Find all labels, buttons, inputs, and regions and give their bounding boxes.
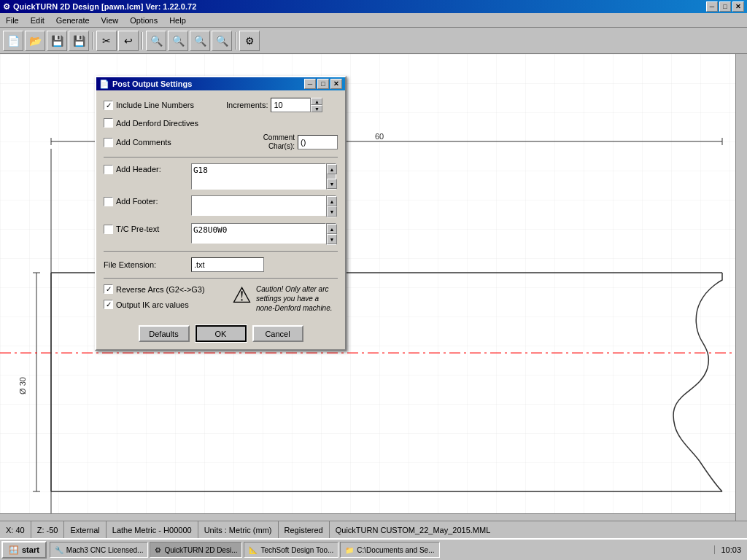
pretext-scrollbar: ▲ ▼ — [326, 223, 336, 245]
header-scroll-down[interactable]: ▼ — [327, 179, 337, 189]
footer-scroll-down[interactable]: ▼ — [327, 206, 337, 217]
pretext-scroll-down[interactable]: ▼ — [327, 234, 337, 244]
output-ik-text: Output IK arc values — [116, 300, 189, 309]
increments-input[interactable] — [271, 98, 311, 112]
toolbar-zoom2[interactable]: 🔍 — [168, 31, 188, 51]
dialog-maximize[interactable]: □ — [317, 79, 329, 89]
arc-section: ✓ Reverse Arcs (G2<->G3) ✓ Output IK arc… — [104, 284, 338, 315]
menu-file[interactable]: File — [0, 15, 25, 26]
taskbar-item-documents-label: C:\Documents and Se... — [357, 546, 434, 554]
dialog-icon: 📄 — [99, 79, 109, 89]
add-footer-text: Add Footer: — [116, 197, 158, 206]
menu-help[interactable]: Help — [163, 15, 192, 26]
pretext-textarea[interactable]: G28U0W0 — [191, 223, 326, 244]
comment-chars-input[interactable] — [298, 135, 338, 149]
add-denford-directives-text: Add Denford Directives — [116, 119, 198, 128]
dialog-close[interactable]: ✕ — [330, 79, 342, 89]
add-comments-checkbox[interactable] — [104, 138, 113, 147]
reverse-arcs-checkbox[interactable]: ✓ — [104, 284, 113, 294]
taskbar-item-documents-icon: 📁 — [345, 546, 354, 554]
taskbar-item-documents[interactable]: 📁 C:\Documents and Se... — [340, 542, 439, 558]
menu-options[interactable]: Options — [124, 15, 163, 26]
close-button[interactable]: ✕ — [732, 1, 744, 12]
pretext-textarea-container: G28U0W0 ▲ ▼ — [191, 223, 336, 245]
include-line-numbers-checkbox[interactable]: ✓ — [104, 101, 113, 110]
post-output-settings-dialog: 📄 Post Output Settings ─ □ ✕ ✓ Include — [95, 76, 347, 351]
taskbar: 🪟 start 🔧 Mach3 CNC Licensed... ⚙ QuickT… — [0, 538, 747, 560]
reverse-arcs-label[interactable]: ✓ Reverse Arcs (G2<->G3) — [104, 284, 220, 294]
reverse-arcs-text: Reverse Arcs (G2<->G3) — [116, 285, 205, 294]
tc-pretext-checkbox[interactable] — [104, 225, 113, 234]
output-ik-row: ✓ Output IK arc values — [104, 300, 220, 309]
taskbar-item-mach3-icon: 🔧 — [55, 546, 63, 554]
add-header-text: Add Header: — [116, 165, 161, 174]
tc-pretext-label[interactable]: T/C Pre-text — [104, 223, 191, 234]
taskbar-items: 🔧 Mach3 CNC Licensed... ⚙ QuickTURN 2D D… — [50, 542, 715, 558]
start-text: start — [22, 545, 39, 554]
footer-scrollbar: ▲ ▼ — [326, 195, 336, 217]
pretext-scroll-up[interactable]: ▲ — [327, 224, 337, 234]
dialog-buttons: Defaults OK Cancel — [104, 322, 338, 342]
footer-scroll-up[interactable]: ▲ — [327, 196, 337, 206]
ok-button[interactable]: OK — [196, 325, 247, 342]
toolbar-cut[interactable]: ✂ — [96, 31, 117, 51]
denford-directives-row: Add Denford Directives — [104, 118, 338, 128]
spinbox-up[interactable]: ▲ — [311, 98, 322, 105]
dialog-content: ✓ Include Line Numbers Increments: ▲ ▼ — [96, 90, 345, 349]
increments-spinbox[interactable]: ▲ ▼ — [271, 98, 322, 112]
output-ik-checkbox[interactable]: ✓ — [104, 300, 113, 309]
cancel-button[interactable]: Cancel — [252, 325, 303, 342]
toolbar-zoom4[interactable]: 🔍 — [212, 31, 232, 51]
comment-chars-label: CommentChar(s): — [263, 133, 295, 151]
menu-generate[interactable]: Generate — [50, 15, 96, 26]
start-icon: 🪟 — [9, 545, 19, 555]
toolbar-zoom3[interactable]: 🔍 — [190, 31, 210, 51]
start-button[interactable]: 🪟 start — [1, 541, 47, 559]
footer-row: Add Footer: ▲ ▼ — [104, 195, 338, 217]
toolbar-undo[interactable]: ↩ — [118, 31, 139, 51]
taskbar-item-techsoft-icon: 📐 — [249, 546, 258, 554]
minimize-button[interactable]: ─ — [706, 1, 718, 12]
output-ik-label[interactable]: ✓ Output IK arc values — [104, 300, 220, 309]
maximize-button[interactable]: □ — [719, 1, 731, 12]
toolbar: 📄 📂 💾 💾 ✂ ↩ 🔍 🔍 🔍 🔍 ⚙ — [0, 28, 747, 54]
toolbar-zoom1[interactable]: 🔍 — [146, 31, 166, 51]
taskbar-item-mach3[interactable]: 🔧 Mach3 CNC Licensed... — [50, 542, 149, 558]
file-extension-input[interactable] — [191, 257, 264, 272]
header-textarea[interactable]: G18 — [191, 163, 326, 190]
file-extension-label: File Extension: — [104, 260, 191, 269]
footer-textarea[interactable] — [191, 195, 326, 216]
add-comments-label[interactable]: Add Comments — [104, 138, 220, 147]
toolbar-new[interactable]: 📄 — [3, 31, 23, 51]
taskbar-item-quickturn-label: QuickTURN 2D Desi... — [164, 546, 237, 554]
increments-label: Increments: — [226, 101, 268, 109]
add-footer-label[interactable]: Add Footer: — [104, 195, 191, 206]
menu-edit[interactable]: Edit — [25, 15, 50, 26]
defaults-button[interactable]: Defaults — [139, 325, 190, 342]
add-comments-text: Add Comments — [116, 138, 171, 147]
spinbox-down[interactable]: ▼ — [311, 105, 322, 112]
toolbar-save[interactable]: 💾 — [47, 31, 67, 51]
taskbar-item-techsoft[interactable]: 📐 TechSoft Design Too... — [244, 542, 338, 558]
taskbar-item-mach3-label: Mach3 CNC Licensed... — [66, 546, 144, 554]
toolbar-save2[interactable]: 💾 — [69, 31, 89, 51]
add-header-checkbox[interactable] — [104, 165, 113, 174]
menu-view[interactable]: View — [96, 15, 125, 26]
header-row: Add Header: G18 ▲ ▼ — [104, 163, 338, 190]
include-line-numbers-label[interactable]: ✓ Include Line Numbers — [104, 101, 220, 110]
toolbar-open[interactable]: 📂 — [25, 31, 45, 51]
add-footer-checkbox[interactable] — [104, 197, 113, 206]
taskbar-item-quickturn[interactable]: ⚙ QuickTURN 2D Desi... — [150, 542, 242, 558]
toolbar-sep3 — [235, 32, 236, 50]
warning-section: ⚠ Caution! Only alter arc settings you h… — [232, 284, 338, 313]
divider1 — [104, 157, 338, 158]
footer-textarea-container: ▲ ▼ — [191, 195, 336, 217]
add-denford-directives-label[interactable]: Add Denford Directives — [104, 118, 220, 128]
add-denford-directives-checkbox[interactable] — [104, 118, 113, 128]
header-scroll-up[interactable]: ▲ — [327, 164, 337, 174]
dialog-minimize[interactable]: ─ — [304, 79, 316, 89]
app-title: QuickTURN 2D Design [pawn.lcm] Ver: 1.22… — [13, 2, 196, 11]
add-header-label[interactable]: Add Header: — [104, 163, 191, 174]
main-area: 60 Ø 30 📄 Post Output — [0, 54, 747, 542]
toolbar-settings[interactable]: ⚙ — [239, 31, 260, 51]
